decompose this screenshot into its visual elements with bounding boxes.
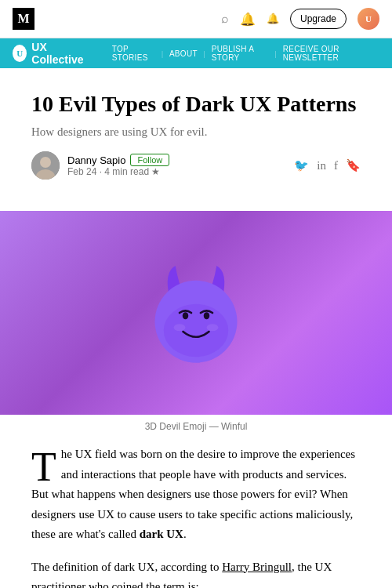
svg-point-4	[164, 304, 229, 358]
article-body: T he UX field was born on the desire to …	[31, 445, 361, 588]
search-icon[interactable]: ⌕	[221, 12, 229, 26]
notification-icon[interactable]: 🔔	[267, 13, 279, 25]
first-paragraph: T he UX field was born on the desire to …	[31, 445, 361, 545]
article-container: 10 Evil Types of Dark UX Patterns How de…	[0, 68, 392, 211]
pub-name: UX Collective	[31, 41, 90, 66]
article-subtitle: How designers are using UX for evil.	[31, 125, 361, 139]
second-paragraph: The definition of dark UX, according to …	[31, 557, 361, 589]
upgrade-button[interactable]: Upgrade	[290, 9, 347, 29]
nav-publish[interactable]: PUBLISH A STORY	[205, 45, 275, 62]
top-bar: M ⌕ 🔔 🔔 Upgrade U	[0, 0, 392, 38]
image-caption: 3D Devil Emoji — Winful	[31, 415, 361, 445]
devil-emoji-svg	[137, 254, 255, 372]
author-row: Danny Sapio Follow Feb 24 · 4 min read ★…	[31, 151, 361, 180]
follow-button[interactable]: Follow	[130, 154, 169, 166]
pub-logo-circle: U	[13, 45, 27, 62]
medium-logo[interactable]: M	[13, 8, 34, 30]
top-bar-right: ⌕ 🔔 🔔 Upgrade U	[221, 8, 379, 30]
author-name[interactable]: Danny Sapio	[67, 154, 125, 166]
dark-ux-bold: dark UX	[140, 528, 183, 540]
avatar[interactable]: U	[358, 8, 379, 30]
author-name-row: Danny Sapio Follow	[67, 154, 169, 166]
top-bar-left: M	[13, 8, 34, 30]
author-info: Danny Sapio Follow Feb 24 · 4 min read ★	[67, 154, 169, 177]
svg-point-1	[40, 157, 51, 168]
pub-nav: TOP STORIES | ABOUT | PUBLISH A STORY | …	[106, 45, 379, 62]
nav-newsletter[interactable]: RECEIVE OUR NEWSLETTER	[277, 45, 379, 62]
author-left: Danny Sapio Follow Feb 24 · 4 min read ★	[31, 151, 169, 180]
nav-top-stories[interactable]: TOP STORIES	[106, 45, 162, 62]
svg-point-5	[183, 312, 189, 319]
nav-about[interactable]: ABOUT	[163, 49, 204, 58]
twitter-icon[interactable]: 🐦	[294, 158, 309, 172]
article-title: 10 Evil Types of Dark UX Patterns	[31, 90, 361, 118]
svg-point-6	[204, 312, 210, 319]
bell-icon[interactable]: 🔔	[240, 12, 256, 27]
facebook-icon[interactable]: f	[334, 159, 338, 172]
svg-point-8	[207, 324, 219, 331]
author-social: 🐦 in f 🔖	[294, 158, 361, 172]
drop-cap: T	[31, 445, 61, 484]
pub-logo[interactable]: U UX Collective	[13, 41, 90, 66]
caption-container: 3D Devil Emoji — Winful T he UX field wa…	[0, 415, 392, 588]
linkedin-icon[interactable]: in	[317, 159, 326, 172]
bookmark-icon[interactable]: 🔖	[346, 158, 361, 172]
hero-image	[0, 211, 392, 415]
author-avatar[interactable]	[31, 151, 60, 180]
harry-bringull-link[interactable]: Harry Bringull	[222, 561, 292, 573]
author-meta: Feb 24 · 4 min read ★	[67, 166, 169, 177]
svg-point-7	[174, 324, 186, 331]
pub-bar: U UX Collective TOP STORIES | ABOUT | PU…	[0, 38, 392, 68]
